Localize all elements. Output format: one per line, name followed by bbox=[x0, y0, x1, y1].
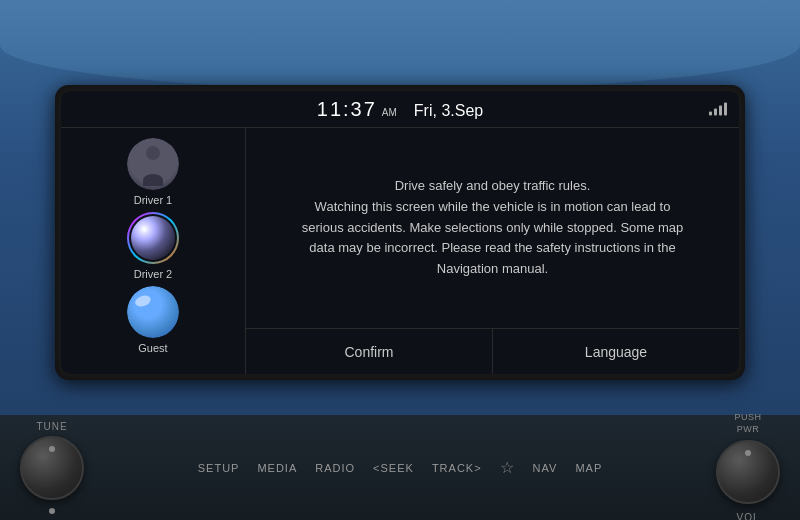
language-button[interactable]: Language bbox=[493, 329, 739, 374]
driver1-avatar bbox=[127, 138, 179, 190]
nav-media[interactable]: MEDIA bbox=[257, 462, 297, 474]
guest-label: Guest bbox=[138, 342, 167, 354]
profile-driver1[interactable]: Driver 1 bbox=[127, 138, 179, 206]
safety-text: Drive safely and obey traffic rules. Wat… bbox=[302, 176, 684, 280]
screen-bezel: 11:37 AM Fri, 3.Sep bbox=[55, 85, 745, 380]
push-pwr-label: PUSHPWR bbox=[734, 412, 761, 435]
tune-knob-container: TUNE bbox=[20, 421, 84, 514]
car-body: 11:37 AM Fri, 3.Sep bbox=[0, 0, 800, 520]
guest-avatar bbox=[127, 286, 179, 338]
knob-dot bbox=[49, 446, 55, 452]
clock-date: Fri, 3.Sep bbox=[414, 102, 483, 120]
right-panel: Drive safely and obey traffic rules. Wat… bbox=[246, 128, 739, 374]
action-buttons: Confirm Language bbox=[246, 328, 739, 374]
profile-driver2[interactable]: Driver 2 bbox=[127, 212, 179, 280]
left-panel: Driver 1 Driver 2 Guest bbox=[61, 128, 246, 374]
header-bar: 11:37 AM Fri, 3.Sep bbox=[61, 91, 739, 127]
nav-favorite[interactable]: ☆ bbox=[500, 458, 515, 477]
clock-ampm: AM bbox=[382, 107, 397, 118]
nav-seek-back[interactable]: <SEEK bbox=[373, 462, 414, 474]
signal-bar-4 bbox=[724, 103, 727, 116]
car-top bbox=[0, 0, 800, 90]
main-content: Driver 1 Driver 2 Guest bbox=[61, 127, 739, 374]
tune-knob[interactable] bbox=[20, 436, 84, 500]
screen-display: 11:37 AM Fri, 3.Sep bbox=[61, 91, 739, 374]
driver1-avatar-circle bbox=[127, 138, 179, 190]
tune-indicator bbox=[49, 508, 55, 514]
nav-radio[interactable]: RADIO bbox=[315, 462, 355, 474]
nav-buttons: SETUP MEDIA RADIO <SEEK TRACK> ☆ NAV MAP bbox=[198, 458, 603, 477]
tune-label: TUNE bbox=[36, 421, 67, 432]
control-bar: TUNE SETUP MEDIA RADIO <SEEK TRACK> ☆ NA… bbox=[0, 415, 800, 520]
driver2-avatar bbox=[127, 212, 179, 264]
nav-nav[interactable]: NAV bbox=[533, 462, 558, 474]
clock-container: 11:37 AM Fri, 3.Sep bbox=[317, 98, 483, 121]
signal-icon bbox=[709, 103, 727, 116]
safety-message-area: Drive safely and obey traffic rules. Wat… bbox=[246, 128, 739, 328]
driver2-avatar-circle bbox=[131, 216, 175, 260]
vol-label: VOL bbox=[736, 512, 759, 520]
profile-guest[interactable]: Guest bbox=[127, 286, 179, 354]
clock-time: 11:37 bbox=[317, 98, 377, 121]
guest-avatar-circle bbox=[127, 286, 179, 338]
signal-bar-3 bbox=[719, 106, 722, 116]
vol-knob-container: PUSHPWR VOL bbox=[716, 412, 780, 520]
driver2-label: Driver 2 bbox=[134, 268, 173, 280]
nav-map[interactable]: MAP bbox=[575, 462, 602, 474]
driver1-label: Driver 1 bbox=[134, 194, 173, 206]
vol-knob-dot bbox=[745, 450, 751, 456]
nav-track-forward[interactable]: TRACK> bbox=[432, 462, 482, 474]
signal-bar-2 bbox=[714, 109, 717, 116]
nav-setup[interactable]: SETUP bbox=[198, 462, 240, 474]
signal-bar-1 bbox=[709, 112, 712, 116]
confirm-button[interactable]: Confirm bbox=[246, 329, 493, 374]
vol-knob[interactable] bbox=[716, 440, 780, 504]
